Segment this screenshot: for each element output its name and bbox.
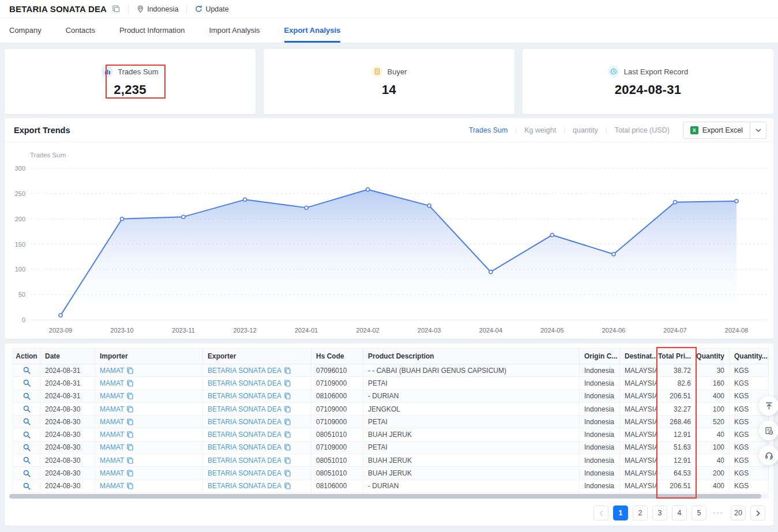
x-tick-label: 2024-02 [356,327,379,334]
search-row-button[interactable] [23,367,31,374]
report-history-button[interactable] [759,421,778,440]
data-point[interactable] [305,206,308,209]
exporter-link[interactable]: BETARIA SONATA DEA [208,469,281,477]
exporter-link[interactable]: BETARIA SONATA DEA [208,456,281,465]
copy-icon[interactable] [127,482,133,489]
copy-icon[interactable] [284,470,291,477]
y-tick-label: 50 [18,291,25,298]
copy-icon[interactable] [127,470,133,477]
importer-link[interactable]: MAMAT [100,431,124,439]
pagination-ellipsis[interactable]: ··· [711,505,726,520]
tab-import-analysis[interactable]: Import Analysis [209,18,260,43]
tab-export-analysis[interactable]: Export Analysis [284,18,341,43]
exporter-link[interactable]: BETARIA SONATA DEA [208,367,281,375]
search-row-button[interactable] [23,418,31,425]
page-button-1[interactable]: 1 [613,505,628,520]
copy-icon[interactable] [127,406,133,413]
data-point[interactable] [489,270,493,274]
copy-icon[interactable] [127,380,133,387]
importer-link[interactable]: MAMAT [100,482,124,490]
importer-link[interactable]: MAMAT [100,392,124,400]
update-button[interactable]: Update [195,5,228,13]
page-button-20[interactable]: 20 [731,505,746,520]
copy-icon[interactable] [284,431,291,438]
importer-link[interactable]: MAMAT [100,456,124,465]
data-point[interactable] [427,204,431,207]
data-point[interactable] [674,201,677,204]
scrollbar-thumb[interactable] [9,494,761,499]
copy-icon[interactable] [284,444,291,451]
tab-contacts[interactable]: Contacts [66,18,95,43]
exporter-link[interactable]: BETARIA SONATA DEA [208,431,281,439]
copy-icon[interactable] [127,367,133,374]
search-row-button[interactable] [23,482,31,490]
copy-icon[interactable] [127,393,133,399]
data-point[interactable] [735,199,738,203]
exporter-link[interactable]: BETARIA SONATA DEA [208,443,281,451]
support-button[interactable] [759,446,778,465]
cell-importer: MAMAT [95,377,203,390]
metric-trades-sum[interactable]: Trades Sum [469,126,508,134]
copy-icon[interactable] [127,444,133,451]
trend-chart[interactable]: 0501001502002503002023-092023-102023-112… [5,147,773,337]
copy-icon[interactable] [284,457,291,464]
page-button-3[interactable]: 3 [652,505,667,520]
data-point[interactable] [121,217,124,221]
data-point[interactable] [243,198,247,201]
cell-date: 2024-08-30 [40,480,95,493]
search-row-button[interactable] [23,431,31,439]
importer-link[interactable]: MAMAT [100,379,124,387]
importer-link[interactable]: MAMAT [100,469,124,477]
copy-icon[interactable] [127,457,133,464]
metric-kg-weight[interactable]: Kg weight [524,126,556,134]
metric-total-price[interactable]: Total price (USD) [615,126,670,134]
exporter-link[interactable]: BETARIA SONATA DEA [208,482,281,490]
exporter-link[interactable]: BETARIA SONATA DEA [208,418,281,426]
export-dropdown-button[interactable] [750,122,766,138]
copy-icon[interactable] [127,431,133,438]
importer-link[interactable]: MAMAT [100,367,124,375]
copy-icon[interactable] [284,393,291,399]
search-row-button[interactable] [23,470,31,477]
search-icon [23,456,31,464]
copy-icon[interactable] [112,5,120,13]
exporter-link[interactable]: BETARIA SONATA DEA [208,379,281,387]
search-row-button[interactable] [23,379,31,387]
area-fill [61,190,736,320]
copy-icon[interactable] [284,482,291,489]
copy-icon[interactable] [284,380,291,387]
data-point[interactable] [182,215,185,218]
page-button-4[interactable]: 4 [672,505,687,520]
importer-link[interactable]: MAMAT [100,405,124,413]
exporter-link[interactable]: BETARIA SONATA DEA [208,405,281,413]
back-to-top-button[interactable] [759,396,778,416]
export-excel-button[interactable]: X Export Excel [683,122,750,138]
tab-company[interactable]: Company [9,18,42,43]
search-row-button[interactable] [23,456,31,464]
copy-icon[interactable] [284,418,291,425]
data-point[interactable] [59,314,62,317]
importer-link[interactable]: MAMAT [100,443,124,451]
previous-page-button[interactable] [593,505,608,520]
cell-quantity: 100 [696,403,730,416]
importer-link[interactable]: MAMAT [100,418,124,426]
next-page-button[interactable] [750,505,765,520]
search-row-button[interactable] [23,444,31,451]
metric-quantity[interactable]: quantity [573,126,598,134]
data-point[interactable] [550,233,554,237]
copy-icon [127,406,133,413]
data-point[interactable] [612,252,615,256]
copy-icon[interactable] [284,367,291,374]
copy-icon[interactable] [127,418,133,425]
data-point[interactable] [366,188,370,191]
exporter-link[interactable]: BETARIA SONATA DEA [208,392,281,400]
page-button-2[interactable]: 2 [633,505,648,520]
page-button-5[interactable]: 5 [691,505,706,520]
search-row-button[interactable] [23,405,31,413]
copy-icon[interactable] [284,406,291,413]
search-row-button[interactable] [23,393,31,400]
tab-product-information[interactable]: Product Information [119,18,185,43]
page-title: BETARIA SONATA DEA [9,4,107,14]
horizontal-scrollbar[interactable] [9,494,769,499]
country-indicator[interactable]: Indonesia [137,5,178,13]
